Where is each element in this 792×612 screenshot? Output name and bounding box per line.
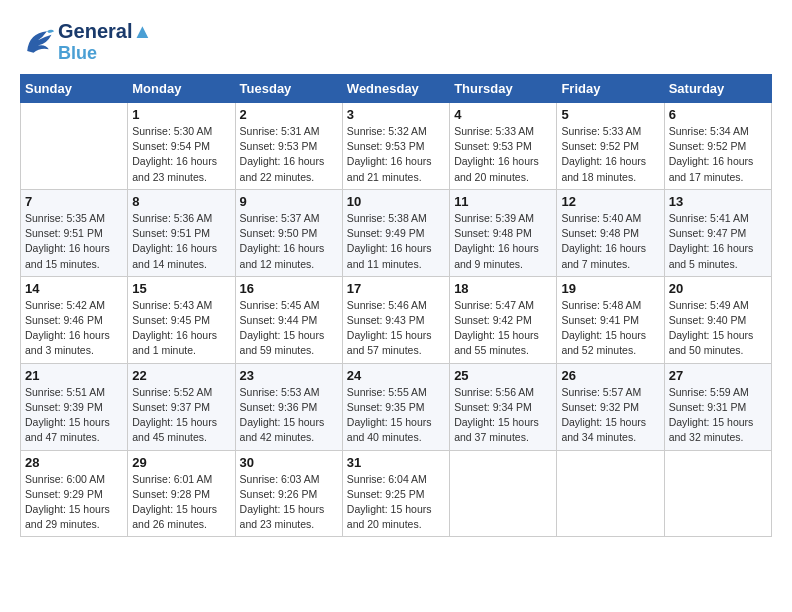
day-info: Sunrise: 6:01 AM Sunset: 9:28 PM Dayligh…: [132, 472, 230, 533]
weekday-header: Monday: [128, 75, 235, 103]
day-number: 15: [132, 281, 230, 296]
day-number: 25: [454, 368, 552, 383]
day-number: 11: [454, 194, 552, 209]
day-number: 20: [669, 281, 767, 296]
weekday-header: Thursday: [450, 75, 557, 103]
day-info: Sunrise: 5:30 AM Sunset: 9:54 PM Dayligh…: [132, 124, 230, 185]
day-number: 21: [25, 368, 123, 383]
weekday-header: Saturday: [664, 75, 771, 103]
calendar-cell: 11Sunrise: 5:39 AM Sunset: 9:48 PM Dayli…: [450, 189, 557, 276]
day-info: Sunrise: 5:46 AM Sunset: 9:43 PM Dayligh…: [347, 298, 445, 359]
calendar-cell: [450, 450, 557, 537]
day-number: 31: [347, 455, 445, 470]
calendar-cell: 13Sunrise: 5:41 AM Sunset: 9:47 PM Dayli…: [664, 189, 771, 276]
calendar-cell: 25Sunrise: 5:56 AM Sunset: 9:34 PM Dayli…: [450, 363, 557, 450]
day-number: 12: [561, 194, 659, 209]
day-number: 29: [132, 455, 230, 470]
calendar-cell: 3Sunrise: 5:32 AM Sunset: 9:53 PM Daylig…: [342, 103, 449, 190]
day-number: 14: [25, 281, 123, 296]
day-number: 24: [347, 368, 445, 383]
calendar-cell: 4Sunrise: 5:33 AM Sunset: 9:53 PM Daylig…: [450, 103, 557, 190]
day-number: 6: [669, 107, 767, 122]
day-info: Sunrise: 5:51 AM Sunset: 9:39 PM Dayligh…: [25, 385, 123, 446]
day-info: Sunrise: 5:39 AM Sunset: 9:48 PM Dayligh…: [454, 211, 552, 272]
calendar-cell: 23Sunrise: 5:53 AM Sunset: 9:36 PM Dayli…: [235, 363, 342, 450]
calendar-week-row: 21Sunrise: 5:51 AM Sunset: 9:39 PM Dayli…: [21, 363, 772, 450]
day-info: Sunrise: 5:49 AM Sunset: 9:40 PM Dayligh…: [669, 298, 767, 359]
calendar-cell: 5Sunrise: 5:33 AM Sunset: 9:52 PM Daylig…: [557, 103, 664, 190]
day-info: Sunrise: 5:52 AM Sunset: 9:37 PM Dayligh…: [132, 385, 230, 446]
day-info: Sunrise: 5:48 AM Sunset: 9:41 PM Dayligh…: [561, 298, 659, 359]
day-info: Sunrise: 5:40 AM Sunset: 9:48 PM Dayligh…: [561, 211, 659, 272]
day-info: Sunrise: 5:31 AM Sunset: 9:53 PM Dayligh…: [240, 124, 338, 185]
calendar-cell: [664, 450, 771, 537]
day-number: 26: [561, 368, 659, 383]
day-info: Sunrise: 6:00 AM Sunset: 9:29 PM Dayligh…: [25, 472, 123, 533]
day-number: 1: [132, 107, 230, 122]
day-info: Sunrise: 5:38 AM Sunset: 9:49 PM Dayligh…: [347, 211, 445, 272]
day-number: 30: [240, 455, 338, 470]
day-number: 28: [25, 455, 123, 470]
calendar-cell: 27Sunrise: 5:59 AM Sunset: 9:31 PM Dayli…: [664, 363, 771, 450]
calendar-cell: 29Sunrise: 6:01 AM Sunset: 9:28 PM Dayli…: [128, 450, 235, 537]
day-info: Sunrise: 5:43 AM Sunset: 9:45 PM Dayligh…: [132, 298, 230, 359]
day-number: 27: [669, 368, 767, 383]
day-info: Sunrise: 6:03 AM Sunset: 9:26 PM Dayligh…: [240, 472, 338, 533]
logo-icon: [20, 24, 56, 60]
calendar-cell: 18Sunrise: 5:47 AM Sunset: 9:42 PM Dayli…: [450, 276, 557, 363]
day-info: Sunrise: 5:56 AM Sunset: 9:34 PM Dayligh…: [454, 385, 552, 446]
day-info: Sunrise: 5:35 AM Sunset: 9:51 PM Dayligh…: [25, 211, 123, 272]
day-info: Sunrise: 5:57 AM Sunset: 9:32 PM Dayligh…: [561, 385, 659, 446]
day-number: 9: [240, 194, 338, 209]
calendar-cell: [557, 450, 664, 537]
day-info: Sunrise: 5:32 AM Sunset: 9:53 PM Dayligh…: [347, 124, 445, 185]
day-number: 23: [240, 368, 338, 383]
day-number: 16: [240, 281, 338, 296]
weekday-header: Friday: [557, 75, 664, 103]
weekday-header: Wednesday: [342, 75, 449, 103]
calendar-cell: 10Sunrise: 5:38 AM Sunset: 9:49 PM Dayli…: [342, 189, 449, 276]
day-number: 22: [132, 368, 230, 383]
calendar-cell: 20Sunrise: 5:49 AM Sunset: 9:40 PM Dayli…: [664, 276, 771, 363]
calendar-cell: 1Sunrise: 5:30 AM Sunset: 9:54 PM Daylig…: [128, 103, 235, 190]
calendar-cell: 19Sunrise: 5:48 AM Sunset: 9:41 PM Dayli…: [557, 276, 664, 363]
day-info: Sunrise: 6:04 AM Sunset: 9:25 PM Dayligh…: [347, 472, 445, 533]
day-number: 2: [240, 107, 338, 122]
weekday-header: Tuesday: [235, 75, 342, 103]
day-info: Sunrise: 5:42 AM Sunset: 9:46 PM Dayligh…: [25, 298, 123, 359]
day-info: Sunrise: 5:55 AM Sunset: 9:35 PM Dayligh…: [347, 385, 445, 446]
weekday-header-row: SundayMondayTuesdayWednesdayThursdayFrid…: [21, 75, 772, 103]
day-info: Sunrise: 5:59 AM Sunset: 9:31 PM Dayligh…: [669, 385, 767, 446]
day-info: Sunrise: 5:33 AM Sunset: 9:53 PM Dayligh…: [454, 124, 552, 185]
day-info: Sunrise: 5:37 AM Sunset: 9:50 PM Dayligh…: [240, 211, 338, 272]
calendar-cell: 16Sunrise: 5:45 AM Sunset: 9:44 PM Dayli…: [235, 276, 342, 363]
day-info: Sunrise: 5:53 AM Sunset: 9:36 PM Dayligh…: [240, 385, 338, 446]
calendar-cell: 22Sunrise: 5:52 AM Sunset: 9:37 PM Dayli…: [128, 363, 235, 450]
day-info: Sunrise: 5:33 AM Sunset: 9:52 PM Dayligh…: [561, 124, 659, 185]
page-header: General▲ Blue: [20, 20, 772, 64]
calendar-cell: 2Sunrise: 5:31 AM Sunset: 9:53 PM Daylig…: [235, 103, 342, 190]
calendar-cell: 24Sunrise: 5:55 AM Sunset: 9:35 PM Dayli…: [342, 363, 449, 450]
day-number: 5: [561, 107, 659, 122]
day-number: 17: [347, 281, 445, 296]
calendar-cell: 6Sunrise: 5:34 AM Sunset: 9:52 PM Daylig…: [664, 103, 771, 190]
day-number: 19: [561, 281, 659, 296]
calendar-cell: 12Sunrise: 5:40 AM Sunset: 9:48 PM Dayli…: [557, 189, 664, 276]
day-info: Sunrise: 5:36 AM Sunset: 9:51 PM Dayligh…: [132, 211, 230, 272]
calendar-week-row: 28Sunrise: 6:00 AM Sunset: 9:29 PM Dayli…: [21, 450, 772, 537]
logo-text: General▲ Blue: [58, 20, 152, 64]
day-number: 8: [132, 194, 230, 209]
day-info: Sunrise: 5:47 AM Sunset: 9:42 PM Dayligh…: [454, 298, 552, 359]
day-number: 4: [454, 107, 552, 122]
day-info: Sunrise: 5:45 AM Sunset: 9:44 PM Dayligh…: [240, 298, 338, 359]
day-number: 10: [347, 194, 445, 209]
calendar-cell: [21, 103, 128, 190]
day-number: 7: [25, 194, 123, 209]
calendar-week-row: 7Sunrise: 5:35 AM Sunset: 9:51 PM Daylig…: [21, 189, 772, 276]
weekday-header: Sunday: [21, 75, 128, 103]
calendar-cell: 9Sunrise: 5:37 AM Sunset: 9:50 PM Daylig…: [235, 189, 342, 276]
calendar-table: SundayMondayTuesdayWednesdayThursdayFrid…: [20, 74, 772, 537]
calendar-cell: 8Sunrise: 5:36 AM Sunset: 9:51 PM Daylig…: [128, 189, 235, 276]
calendar-week-row: 1Sunrise: 5:30 AM Sunset: 9:54 PM Daylig…: [21, 103, 772, 190]
calendar-cell: 28Sunrise: 6:00 AM Sunset: 9:29 PM Dayli…: [21, 450, 128, 537]
